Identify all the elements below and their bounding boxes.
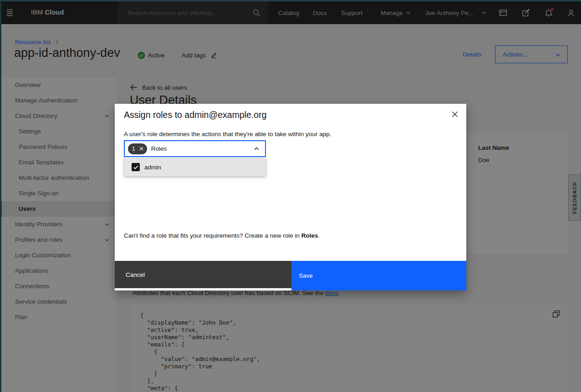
clear-selection-button[interactable] xyxy=(137,144,146,153)
selected-count: 1 xyxy=(128,146,137,152)
close-button[interactable] xyxy=(451,111,459,118)
roles-multiselect[interactable]: 1 Roles xyxy=(124,140,266,157)
roles-reference: Roles xyxy=(301,232,318,239)
checkmark-icon xyxy=(133,165,138,169)
create-role-hint: Can't find a role that fits your require… xyxy=(124,232,320,239)
option-admin-checkbox[interactable] xyxy=(132,163,140,171)
assign-roles-dialog: Assign roles to admin@example.org A user… xyxy=(115,104,466,290)
modal-description: A user's role determines the actions tha… xyxy=(124,131,331,137)
multiselect-menu: admin xyxy=(124,158,266,176)
cancel-button[interactable]: Cancel xyxy=(115,261,291,288)
chevron-up-icon xyxy=(254,147,259,150)
modal-title: Assign roles to admin@example.org xyxy=(124,110,267,120)
close-icon xyxy=(451,111,459,118)
close-icon xyxy=(139,147,143,151)
multiselect-label: Roles xyxy=(151,145,167,152)
modal-footer: Cancel Save xyxy=(115,261,466,290)
selected-count-tag: 1 xyxy=(128,143,147,154)
save-button[interactable]: Save xyxy=(291,261,466,290)
option-admin[interactable]: admin xyxy=(144,164,161,171)
